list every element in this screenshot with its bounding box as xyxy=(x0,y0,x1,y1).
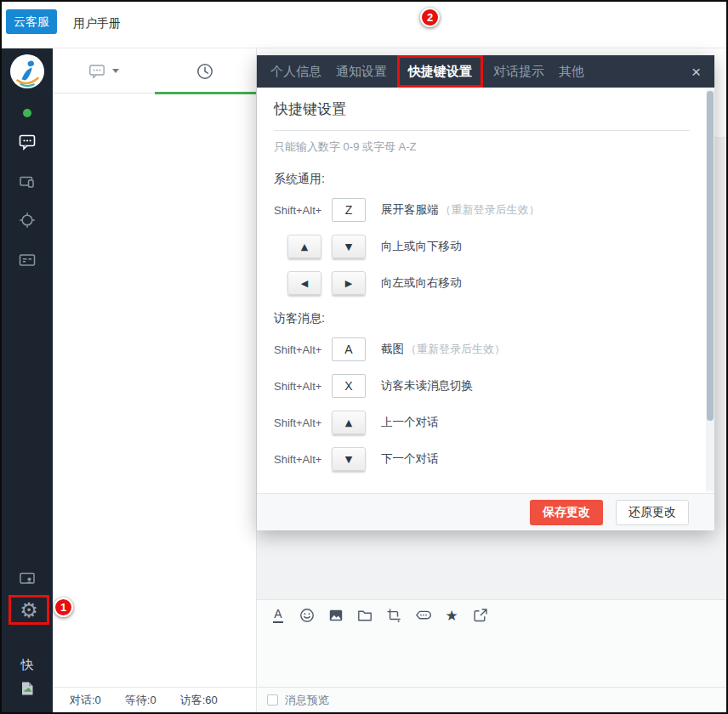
font-icon: A xyxy=(273,608,282,623)
conversation-tab-bar xyxy=(53,48,256,94)
shortcut-settings-panel: 快捷键设置 只能输入数字 0-9 或字母 A-Z 系统通用: Shift+Alt… xyxy=(257,88,714,493)
annotation-step-1-badge: 1 xyxy=(54,598,73,617)
revert-changes-button[interactable]: 还原更改 xyxy=(616,500,689,525)
sidebar-item-remote-desktop[interactable] xyxy=(2,569,53,589)
shortcut-desc: 向上或向下移动 xyxy=(381,239,462,254)
settings-button[interactable]: ⚙ xyxy=(9,595,49,625)
folder-icon xyxy=(356,607,373,624)
tab-shortcut-settings[interactable]: 快捷键设置 xyxy=(408,64,472,87)
sidebar-item-notes[interactable] xyxy=(2,679,53,698)
panel-title: 快捷键设置 xyxy=(274,99,697,121)
image-icon xyxy=(327,607,344,624)
chat-bubble-icon xyxy=(17,132,37,152)
settings-modal: 个人信息 通知设置 快捷键设置 对话提示 其他 × 快捷键设置 只能输入数字 0… xyxy=(257,55,714,530)
message-preview-checkbox[interactable] xyxy=(267,694,278,706)
arrow-up-key-button[interactable]: ▲ xyxy=(287,235,321,258)
sidebar-item-monitor[interactable] xyxy=(2,172,53,192)
shortcut-row-expand-client: Shift+Alt+ 展开客服端 （重新登录后生效） xyxy=(274,198,697,222)
modifier-label: Shift+Alt+ xyxy=(274,204,332,217)
smiley-icon xyxy=(299,607,316,624)
id-card-icon xyxy=(17,250,37,270)
clock-icon xyxy=(195,61,215,82)
tab-history[interactable] xyxy=(155,48,257,94)
top-bar: 云客服 用户手册 xyxy=(2,2,726,48)
tab-dialog-prompts[interactable]: 对话提示 xyxy=(493,64,544,80)
screen-person-icon xyxy=(17,569,37,589)
folder-button[interactable] xyxy=(356,607,373,624)
section-system-general: 系统通用: xyxy=(274,170,697,187)
shortcut-desc: 截图 xyxy=(381,342,404,357)
app-window: 云客服 用户手册 xyxy=(0,0,728,714)
section-visitor-messages: 访客消息: xyxy=(274,309,697,326)
modifier-label: Shift+Alt+ xyxy=(274,343,332,356)
shortcut-note: （重新登录后生效） xyxy=(406,342,505,357)
agent-avatar[interactable] xyxy=(10,54,44,88)
shortcut-row-next-dialog: Shift+Alt+ ▼ 下一个对话 xyxy=(274,447,697,471)
sidebar-item-conversations[interactable] xyxy=(2,132,53,152)
conversation-status-bar: 对话:0 等待:0 访客:60 xyxy=(53,687,256,712)
arrow-right-key-button[interactable]: ▶ xyxy=(332,271,366,295)
shortcut-desc: 展开客服端 xyxy=(381,202,439,218)
shortcut-row-previous-dialog: Shift+Alt+ ▲ 上一个对话 xyxy=(274,411,697,434)
shortcut-desc: 下一个对话 xyxy=(381,451,439,467)
star-icon: ★ xyxy=(445,609,458,623)
quick-reply-shortcut-label[interactable]: 快 xyxy=(2,657,53,673)
modal-scrollbar-track[interactable] xyxy=(706,89,714,491)
shortcut-row-move-horizontal: ◀ ▶ 向左或向右移动 xyxy=(274,271,697,295)
emoji-button[interactable] xyxy=(299,607,316,624)
shortcut-desc: 向左或向右移动 xyxy=(381,275,462,291)
save-changes-button[interactable]: 保存更改 xyxy=(530,500,603,525)
sidebar-item-tracking[interactable] xyxy=(2,210,53,230)
shortcut-key-input[interactable] xyxy=(332,198,366,222)
message-tag-icon xyxy=(414,607,431,624)
modifier-label: Shift+Alt+ xyxy=(274,380,332,393)
devices-icon xyxy=(17,172,37,192)
arrow-left-key-button[interactable]: ◀ xyxy=(287,271,321,295)
modifier-label: Shift+Alt+ xyxy=(274,453,332,466)
favorites-button[interactable]: ★ xyxy=(443,607,460,624)
shortcut-row-unread-toggle: Shift+Alt+ 访客未读消息切换 xyxy=(274,374,697,398)
modifier-label: Shift+Alt+ xyxy=(274,416,332,429)
quick-reply-button[interactable] xyxy=(414,607,431,624)
font-format-button[interactable]: A xyxy=(270,607,287,624)
conversation-panel: 对话:0 等待:0 访客:60 xyxy=(53,48,257,712)
export-icon xyxy=(472,607,489,624)
input-rule-hint: 只能输入数字 0-9 或字母 A-Z xyxy=(274,139,697,155)
composer-toolbar: A xyxy=(257,599,726,631)
composer-bottom-bar: 消息预览 xyxy=(257,687,726,712)
online-status-dot xyxy=(23,109,31,117)
sidebar-item-cards[interactable] xyxy=(2,250,53,270)
shortcut-note: （重新登录后生效） xyxy=(441,202,540,218)
crop-icon xyxy=(385,607,402,624)
message-preview-label: 消息预览 xyxy=(285,693,329,708)
avatar-logo-icon xyxy=(10,54,44,88)
left-sidebar: ⚙ 快 xyxy=(2,48,53,712)
brand-tab-cloud-service[interactable]: 云客服 xyxy=(6,9,57,34)
active-tab-underline xyxy=(155,92,257,94)
image-button[interactable] xyxy=(327,607,344,624)
tab-notification-settings[interactable]: 通知设置 xyxy=(336,64,387,80)
status-waiting-count: 等待:0 xyxy=(125,693,156,708)
tab-personal-info[interactable]: 个人信息 xyxy=(270,64,321,80)
screenshot-button[interactable] xyxy=(385,607,402,624)
arrow-down-key-button[interactable]: ▼ xyxy=(332,447,366,471)
shortcut-key-input[interactable] xyxy=(332,374,366,398)
shortcut-key-input[interactable] xyxy=(332,337,366,361)
title-divider xyxy=(274,130,690,131)
status-visitor-count: 访客:60 xyxy=(180,693,218,708)
tab-other[interactable]: 其他 xyxy=(559,64,584,80)
crosshair-icon xyxy=(17,210,37,230)
chat-filter-icon xyxy=(88,62,106,81)
share-button[interactable] xyxy=(472,607,489,624)
modal-scrollbar-thumb[interactable] xyxy=(707,91,714,421)
annotation-step-2-badge: 2 xyxy=(420,8,440,27)
shortcut-row-screenshot: Shift+Alt+ 截图 （重新登录后生效） xyxy=(274,337,697,361)
arrow-up-key-button[interactable]: ▲ xyxy=(332,411,366,434)
user-manual-tab[interactable]: 用户手册 xyxy=(73,16,121,31)
tab-active-chats[interactable] xyxy=(53,48,155,94)
status-dialog-count: 对话:0 xyxy=(70,693,101,708)
message-input-area[interactable] xyxy=(257,631,726,687)
close-icon[interactable]: × xyxy=(691,64,701,80)
settings-modal-header: 个人信息 通知设置 快捷键设置 对话提示 其他 × xyxy=(257,55,714,88)
arrow-down-key-button[interactable]: ▼ xyxy=(332,235,366,258)
